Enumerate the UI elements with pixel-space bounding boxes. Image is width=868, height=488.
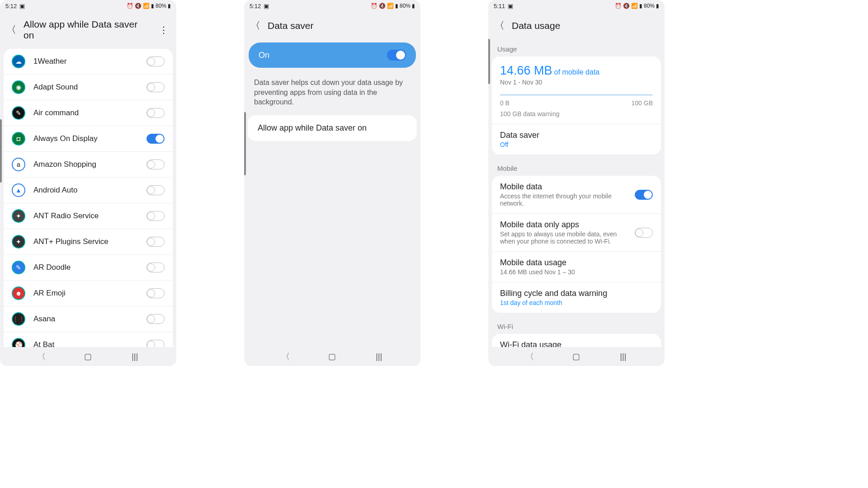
mobile-only-toggle[interactable] [635, 228, 653, 238]
app-toggle[interactable] [146, 288, 165, 298]
allow-app-row[interactable]: Allow app while Data saver on [248, 115, 417, 141]
app-toggle[interactable] [146, 134, 165, 144]
app-row[interactable]: ◉Adapt Sound [4, 75, 173, 100]
app-toggle[interactable] [146, 160, 165, 169]
status-bar: 5:12 ▣ ⏰ 🔇 📶 ▮ 80% ▮ [0, 0, 176, 11]
more-icon[interactable]: ⋮ [157, 24, 170, 35]
master-toggle-label: On [259, 51, 269, 60]
app-toggle[interactable] [146, 56, 165, 66]
wifi-usage-label: Wi-Fi data usage [500, 340, 653, 347]
billing-row[interactable]: Billing cycle and data warning 1st day o… [492, 282, 661, 313]
alarm-icon: ⏰ [371, 3, 377, 9]
mobile-data-row[interactable]: Mobile data Access the internet through … [492, 176, 661, 213]
app-icon: ▲ [12, 183, 25, 197]
phone-data-saver: 5:12 ▣ ⏰ 🔇 📶 ▮ 80% ▮ 〈 Data saver On Dat… [244, 0, 420, 366]
nav-bar: 〈 ▢ ||| [488, 347, 665, 366]
scroll-indicator [488, 39, 490, 84]
bar-max: 100 GB [632, 99, 653, 107]
wifi-icon: 📶 [143, 3, 150, 9]
billing-sub: 1st day of each month [500, 299, 653, 306]
app-row[interactable]: ☁1Weather [4, 49, 173, 75]
back-icon[interactable]: 〈 [6, 23, 16, 37]
app-toggle[interactable] [146, 211, 165, 221]
status-bar: 5:12 ▣ ⏰ 🔇 📶 ▮ 80% ▮ [244, 0, 420, 11]
page-title: Data usage [512, 20, 658, 31]
mute-icon: 🔇 [135, 3, 142, 9]
app-icon: ✦ [12, 209, 25, 223]
usage-warning: 100 GB data warning [500, 110, 653, 117]
nav-home[interactable]: ▢ [567, 352, 585, 361]
app-row[interactable]: ▲Android Auto [4, 178, 173, 203]
content: ☁1Weather◉Adapt Sound✎Air command◘Always… [0, 47, 176, 347]
app-toggle[interactable] [146, 340, 165, 347]
wifi-card: Wi-Fi data usage [492, 334, 661, 347]
app-row[interactable]: ✎Air command [4, 100, 173, 126]
nav-back[interactable]: 〈 [521, 351, 539, 362]
alarm-icon: ⏰ [127, 3, 133, 9]
title-bar: 〈 Data saver [244, 11, 420, 39]
app-name: Asana [33, 314, 146, 324]
app-row[interactable]: ⚾At Bat [4, 332, 173, 347]
mobile-data-label: Mobile data [500, 182, 628, 192]
battery-percent: 80% [644, 3, 655, 9]
mobile-only-label: Mobile data only apps [500, 220, 628, 230]
nav-recents[interactable]: ||| [126, 352, 144, 361]
app-toggle[interactable] [146, 263, 165, 272]
content: On Data saver helps cut down your data u… [244, 39, 420, 347]
app-row[interactable]: ✦ANT+ Plugins Service [4, 229, 173, 255]
status-time: 5:11 [494, 3, 505, 9]
scroll-indicator [244, 112, 246, 175]
app-row[interactable]: aAmazon Shopping [4, 152, 173, 178]
app-name: Adapt Sound [33, 83, 146, 92]
mobile-card: Mobile data Access the internet through … [492, 176, 661, 313]
app-icon: ✎ [12, 106, 25, 120]
app-icon: a [12, 158, 25, 171]
signal-icon: ▮ [639, 3, 642, 9]
nav-recents[interactable]: ||| [614, 352, 632, 361]
mobile-usage-label: Mobile data usage [500, 258, 653, 267]
app-row[interactable]: ☻AR Emoji [4, 281, 173, 306]
back-icon[interactable]: 〈 [495, 19, 505, 33]
mobile-usage-sub: 14.66 MB used Nov 1 – 30 [500, 268, 653, 276]
app-icon: ⋮⋮ [12, 312, 25, 326]
app-toggle[interactable] [146, 314, 165, 324]
app-name: Android Auto [33, 186, 146, 195]
app-toggle[interactable] [146, 185, 165, 195]
status-bar: 5:11 ▣ ⏰ 🔇 📶 ▮ 80% ▮ [488, 0, 665, 11]
app-row[interactable]: ◘Always On Display [4, 126, 173, 152]
app-icon: ◘ [12, 132, 25, 145]
nav-home[interactable]: ▢ [79, 352, 97, 361]
nav-home[interactable]: ▢ [323, 352, 341, 361]
nav-back[interactable]: 〈 [33, 351, 51, 362]
nav-back[interactable]: 〈 [277, 351, 295, 362]
image-icon: ▣ [19, 3, 25, 9]
app-row[interactable]: ⋮⋮Asana [4, 306, 173, 332]
description-text: Data saver helps cut down your data usag… [244, 71, 420, 115]
app-toggle[interactable] [146, 237, 165, 247]
app-name: ANT+ Plugins Service [33, 237, 146, 246]
app-name: Amazon Shopping [33, 160, 146, 169]
image-icon: ▣ [508, 3, 513, 9]
mobile-data-sub: Access the internet through your mobile … [500, 192, 628, 207]
master-toggle[interactable] [387, 50, 406, 61]
back-icon[interactable]: 〈 [250, 19, 260, 33]
mobile-data-toggle[interactable] [635, 190, 653, 200]
nav-recents[interactable]: ||| [370, 352, 388, 361]
data-saver-row[interactable]: Data saver Off [492, 124, 661, 155]
usage-unit: of mobile data [554, 68, 600, 76]
app-toggle[interactable] [146, 82, 165, 92]
scroll-indicator [0, 119, 2, 183]
mobile-only-row[interactable]: Mobile data only apps Set apps to always… [492, 213, 661, 251]
wifi-usage-row[interactable]: Wi-Fi data usage [492, 334, 661, 347]
app-row[interactable]: ✦ANT Radio Service [4, 203, 173, 229]
apps-card: ☁1Weather◉Adapt Sound✎Air command◘Always… [4, 49, 173, 347]
app-toggle[interactable] [146, 108, 165, 118]
battery-percent: 80% [400, 3, 410, 9]
mobile-usage-row[interactable]: Mobile data usage 14.66 MB used Nov 1 – … [492, 251, 661, 282]
master-toggle-row[interactable]: On [249, 42, 416, 68]
wifi-icon: 📶 [631, 3, 638, 9]
app-row[interactable]: ✎AR Doodle [4, 255, 173, 281]
app-icon: ☁ [12, 55, 25, 68]
usage-bar [500, 94, 653, 96]
app-icon: ◉ [12, 80, 25, 94]
